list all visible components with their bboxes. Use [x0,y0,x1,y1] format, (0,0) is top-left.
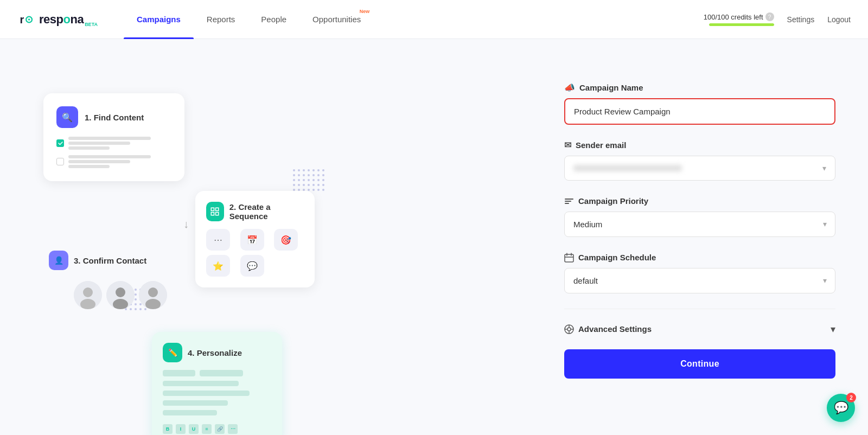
chevron-down-icon: ▾ [831,323,835,335]
chat-button[interactable]: 💬 2 [827,394,855,422]
step3-header: 👤 3. Confirm Contact [49,251,167,270]
email-icon: ✉ [564,140,571,150]
svg-point-9 [83,287,93,297]
step2-label: 2. Create a Sequence [229,202,304,221]
svg-rect-20 [565,254,573,262]
sender-email-display[interactable]: ▾ [564,156,835,181]
chat-icon: 💬 [834,401,848,415]
continue-button[interactable]: Continue [564,349,835,379]
step2-icons: ⋯ 📅 🎯 ⭐ 💬 [206,229,304,277]
illustration-area: 🔍 1. Find Content [33,61,521,413]
campaign-priority-section: Campaign Priority Low Medium High ▾ [564,196,835,237]
nav-opportunities[interactable]: Opportunities New [299,0,374,39]
step1-header: 🔍 1. Find Content [56,106,171,128]
schedule-wrapper: default ▾ [564,268,835,293]
step4-header: ✏️ 4. Personalize [163,343,271,362]
step3-card: 👤 3. Confirm Contact [49,251,167,309]
step4-label: 4. Personalize [188,348,242,357]
step4-lines: B I U ≡ 🔗 ⋯ [163,370,271,434]
more-btn: ⋯ [228,424,238,434]
align-btn: ≡ [202,424,212,434]
campaign-icon: 📣 [564,82,575,93]
advanced-icon [564,324,574,334]
svg-point-12 [116,287,125,297]
step3-icon: 👤 [49,251,68,270]
avatars-row [74,281,167,309]
arrow-1-2: ↓ [183,218,189,231]
avatar-2 [106,281,135,309]
step2-icon [206,202,224,221]
step1-label: 1. Find Content [85,113,144,122]
svg-point-15 [148,287,158,297]
sender-email-section: ✉ Sender email ▾ [564,140,835,181]
step1-row-2 [56,155,171,168]
icon-share: ⋯ [206,229,230,251]
nav-settings[interactable]: Settings [787,15,815,24]
credits-bar-fill [709,23,774,26]
credits-info-icon[interactable]: ? [765,12,774,21]
step4-card: ✏️ 4. Personalize B I U ≡ 🔗 ⋯ [152,332,282,435]
campaign-name-section: 📣 Campaign Name [564,82,835,125]
main-content: 🔍 1. Find Content [0,39,868,435]
svg-rect-4 [212,208,214,210]
link-btn: 🔗 [215,424,225,434]
svg-rect-7 [216,213,219,215]
divider [564,309,835,309]
icon-calendar: 📅 [240,229,264,251]
campaign-schedule-section: Campaign Schedule default ▾ [564,252,835,293]
step1-rows [56,137,171,168]
editor-toolbar: B I U ≡ 🔗 ⋯ [163,424,271,434]
step4-row-1 [163,370,271,376]
checkbox-checked [56,139,64,147]
icon-star: ⭐ [206,255,230,277]
schedule-icon [564,252,574,263]
campaign-name-input[interactable] [564,98,835,125]
icon-target: 🎯 [274,229,298,251]
campaign-priority-title: Campaign Priority [564,196,835,206]
logo-beta: BETA [85,22,98,27]
chat-badge: 2 [846,393,856,402]
step1-row-1 [56,137,171,150]
sender-email-blur [573,165,682,171]
italic-btn: I [176,424,186,434]
icon-chat: 💬 [240,255,264,277]
priority-wrapper: Low Medium High ▾ [564,212,835,237]
step1-card: 🔍 1. Find Content [43,93,184,181]
sender-email-wrapper: ▾ [564,156,835,181]
avatar-3 [139,281,167,309]
navbar: r respona BETA Campaigns Reports People … [0,0,868,39]
svg-rect-5 [216,208,219,210]
nav-links: Campaigns Reports People Opportunities N… [124,0,704,39]
advanced-settings-left: Advanced Settings [564,324,652,334]
row-lines-2 [68,155,171,168]
priority-icon [564,196,574,206]
step2-header: 2. Create a Sequence [206,202,304,221]
nav-people[interactable]: People [248,0,299,39]
credits-text: 100/100 credits left ? [704,12,774,21]
sender-email-title: ✉ Sender email [564,140,835,150]
underline-btn: U [189,424,199,434]
step3-label: 3. Confirm Contact [74,256,146,265]
checkbox-empty [56,158,64,165]
campaign-name-title: 📣 Campaign Name [564,82,835,93]
credits-bar [709,23,774,26]
step1-icon: 🔍 [56,106,78,128]
nav-right: 100/100 credits left ? Settings Logout [704,12,851,26]
svg-text:r: r [20,14,24,25]
step4-icon: ✏️ [163,343,182,362]
nav-campaigns[interactable]: Campaigns [124,0,194,39]
campaign-schedule-title: Campaign Schedule [564,252,835,263]
campaign-priority-select[interactable]: Low Medium High [564,212,835,237]
form-area: 📣 Campaign Name ✉ Sender email ▾ [564,61,835,413]
avatar-1 [74,281,102,309]
campaign-schedule-select[interactable]: default [564,268,835,293]
opportunities-badge: New [360,9,370,14]
nav-logout[interactable]: Logout [827,15,851,24]
logo: r respona BETA [17,10,98,29]
dots-pattern-1 [293,169,324,191]
bold-btn: B [163,424,173,434]
svg-point-25 [567,328,571,331]
logo-text: respona [39,12,84,27]
nav-reports[interactable]: Reports [194,0,248,39]
advanced-settings-row[interactable]: Advanced Settings ▾ [564,314,835,345]
